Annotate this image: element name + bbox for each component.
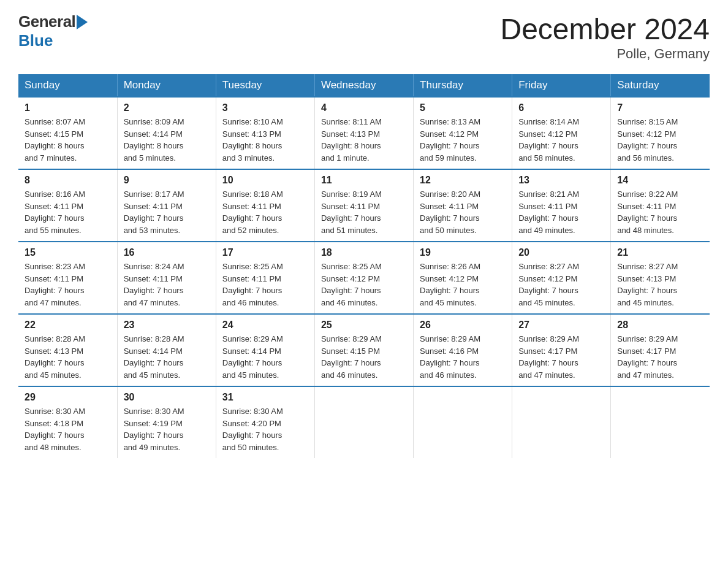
calendar-week-row: 22 Sunrise: 8:28 AMSunset: 4:13 PMDaylig… [18,314,710,386]
day-info: Sunrise: 8:25 AMSunset: 4:11 PMDaylight:… [222,261,308,308]
calendar-cell: 28 Sunrise: 8:29 AMSunset: 4:17 PMDaylig… [611,314,710,386]
day-number: 18 [321,247,407,258]
column-header-monday: Monday [117,74,216,97]
day-number: 1 [25,102,111,113]
logo-blue-text: Blue [18,31,53,50]
day-info: Sunrise: 8:30 AMSunset: 4:19 PMDaylight:… [124,405,210,453]
day-number: 17 [222,247,308,258]
calendar-cell: 13 Sunrise: 8:21 AMSunset: 4:11 PMDaylig… [512,169,611,242]
calendar-cell: 15 Sunrise: 8:23 AMSunset: 4:11 PMDaylig… [18,242,117,314]
day-info: Sunrise: 8:10 AMSunset: 4:13 PMDaylight:… [222,116,308,164]
calendar-cell: 20 Sunrise: 8:27 AMSunset: 4:12 PMDaylig… [512,242,611,314]
title-section: December 2024 Polle, Germany [500,12,710,62]
calendar-cell: 30 Sunrise: 8:30 AMSunset: 4:19 PMDaylig… [117,386,216,458]
day-number: 30 [124,392,210,403]
calendar-cell: 19 Sunrise: 8:26 AMSunset: 4:12 PMDaylig… [414,242,512,314]
calendar-cell: 27 Sunrise: 8:29 AMSunset: 4:17 PMDaylig… [512,314,611,386]
column-header-thursday: Thursday [414,74,512,97]
day-info: Sunrise: 8:29 AMSunset: 4:15 PMDaylight:… [321,333,407,381]
location-label: Polle, Germany [500,46,710,62]
day-info: Sunrise: 8:17 AMSunset: 4:11 PMDaylight:… [124,188,210,236]
logo: General Blue [18,12,88,50]
calendar-cell: 11 Sunrise: 8:19 AMSunset: 4:11 PMDaylig… [314,169,413,242]
day-info: Sunrise: 8:20 AMSunset: 4:11 PMDaylight:… [420,188,506,236]
day-info: Sunrise: 8:24 AMSunset: 4:11 PMDaylight:… [124,261,210,308]
day-info: Sunrise: 8:09 AMSunset: 4:14 PMDaylight:… [124,116,210,164]
day-info: Sunrise: 8:29 AMSunset: 4:16 PMDaylight:… [420,333,506,381]
day-number: 20 [518,247,604,258]
column-header-saturday: Saturday [611,74,710,97]
day-info: Sunrise: 8:25 AMSunset: 4:12 PMDaylight:… [321,261,407,308]
calendar-cell: 16 Sunrise: 8:24 AMSunset: 4:11 PMDaylig… [117,242,216,314]
day-info: Sunrise: 8:11 AMSunset: 4:13 PMDaylight:… [321,116,407,164]
calendar-week-row: 8 Sunrise: 8:16 AMSunset: 4:11 PMDayligh… [18,169,710,242]
day-info: Sunrise: 8:27 AMSunset: 4:12 PMDaylight:… [518,261,604,308]
day-info: Sunrise: 8:29 AMSunset: 4:14 PMDaylight:… [222,333,308,381]
calendar-cell: 21 Sunrise: 8:27 AMSunset: 4:13 PMDaylig… [611,242,710,314]
day-number: 25 [321,320,407,331]
day-info: Sunrise: 8:26 AMSunset: 4:12 PMDaylight:… [420,261,506,308]
day-number: 11 [321,175,407,186]
day-info: Sunrise: 8:28 AMSunset: 4:14 PMDaylight:… [124,333,210,381]
calendar-cell: 6 Sunrise: 8:14 AMSunset: 4:12 PMDayligh… [512,97,611,169]
calendar-table: SundayMondayTuesdayWednesdayThursdayFrid… [18,74,710,458]
day-number: 28 [617,320,703,331]
calendar-cell [414,386,512,458]
day-number: 9 [124,175,210,186]
calendar-cell: 2 Sunrise: 8:09 AMSunset: 4:14 PMDayligh… [117,97,216,169]
day-number: 14 [617,175,703,186]
day-info: Sunrise: 8:29 AMSunset: 4:17 PMDaylight:… [518,333,604,381]
day-number: 21 [617,247,703,258]
day-info: Sunrise: 8:14 AMSunset: 4:12 PMDaylight:… [518,116,604,164]
calendar-cell: 5 Sunrise: 8:13 AMSunset: 4:12 PMDayligh… [414,97,512,169]
day-number: 29 [25,392,111,403]
day-info: Sunrise: 8:30 AMSunset: 4:18 PMDaylight:… [25,405,111,453]
day-number: 10 [222,175,308,186]
day-number: 12 [420,175,506,186]
calendar-cell: 26 Sunrise: 8:29 AMSunset: 4:16 PMDaylig… [414,314,512,386]
day-number: 26 [420,320,506,331]
day-number: 15 [25,247,111,258]
day-number: 13 [518,175,604,186]
day-number: 5 [420,102,506,113]
calendar-week-row: 1 Sunrise: 8:07 AMSunset: 4:15 PMDayligh… [18,97,710,169]
column-header-friday: Friday [512,74,611,97]
calendar-cell [512,386,611,458]
day-info: Sunrise: 8:22 AMSunset: 4:11 PMDaylight:… [617,188,703,236]
column-header-tuesday: Tuesday [216,74,314,97]
column-header-sunday: Sunday [18,74,117,97]
day-number: 19 [420,247,506,258]
calendar-week-row: 15 Sunrise: 8:23 AMSunset: 4:11 PMDaylig… [18,242,710,314]
logo-arrow-icon [77,15,88,29]
calendar-cell [314,386,413,458]
day-info: Sunrise: 8:21 AMSunset: 4:11 PMDaylight:… [518,188,604,236]
day-number: 6 [518,102,604,113]
calendar-cell [611,386,710,458]
month-title: December 2024 [500,12,710,46]
day-info: Sunrise: 8:15 AMSunset: 4:12 PMDaylight:… [617,116,703,164]
calendar-cell: 31 Sunrise: 8:30 AMSunset: 4:20 PMDaylig… [216,386,314,458]
calendar-cell: 14 Sunrise: 8:22 AMSunset: 4:11 PMDaylig… [611,169,710,242]
day-number: 23 [124,320,210,331]
day-number: 2 [124,102,210,113]
calendar-cell: 24 Sunrise: 8:29 AMSunset: 4:14 PMDaylig… [216,314,314,386]
day-number: 27 [518,320,604,331]
day-info: Sunrise: 8:30 AMSunset: 4:20 PMDaylight:… [222,405,308,453]
calendar-cell: 10 Sunrise: 8:18 AMSunset: 4:11 PMDaylig… [216,169,314,242]
calendar-cell: 7 Sunrise: 8:15 AMSunset: 4:12 PMDayligh… [611,97,710,169]
day-number: 24 [222,320,308,331]
calendar-cell: 9 Sunrise: 8:17 AMSunset: 4:11 PMDayligh… [117,169,216,242]
calendar-cell: 23 Sunrise: 8:28 AMSunset: 4:14 PMDaylig… [117,314,216,386]
day-info: Sunrise: 8:13 AMSunset: 4:12 PMDaylight:… [420,116,506,164]
day-number: 7 [617,102,703,113]
logo-general-text: General [18,12,75,31]
calendar-cell: 18 Sunrise: 8:25 AMSunset: 4:12 PMDaylig… [314,242,413,314]
day-info: Sunrise: 8:23 AMSunset: 4:11 PMDaylight:… [25,261,111,308]
day-number: 4 [321,102,407,113]
day-info: Sunrise: 8:29 AMSunset: 4:17 PMDaylight:… [617,333,703,381]
day-number: 3 [222,102,308,113]
calendar-cell: 25 Sunrise: 8:29 AMSunset: 4:15 PMDaylig… [314,314,413,386]
day-number: 16 [124,247,210,258]
calendar-cell: 29 Sunrise: 8:30 AMSunset: 4:18 PMDaylig… [18,386,117,458]
day-info: Sunrise: 8:07 AMSunset: 4:15 PMDaylight:… [25,116,111,164]
